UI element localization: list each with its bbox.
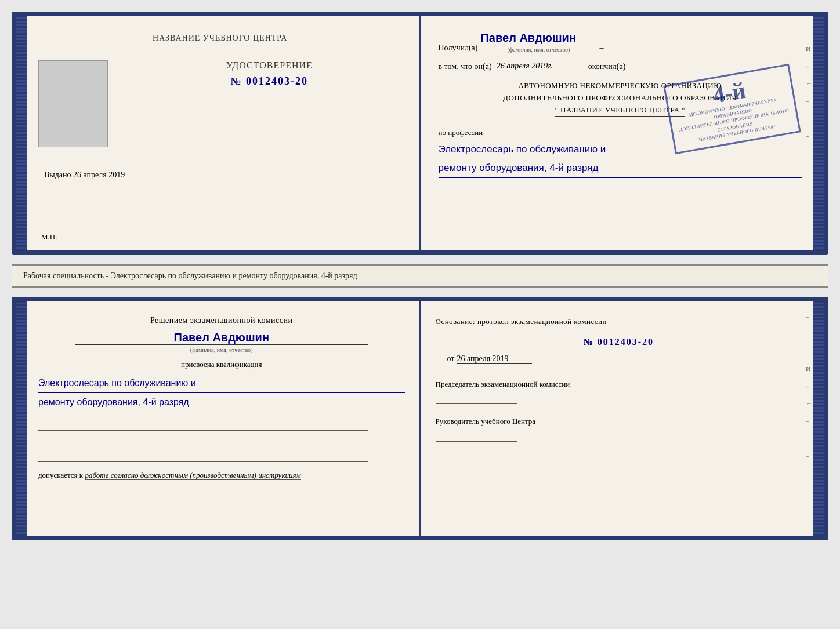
page-wrapper: НАЗВАНИЕ УЧЕБНОГО ЦЕНТРА УДОСТОВЕРЕНИЕ №…	[12, 12, 828, 540]
recipient-name: Павел Авдюшин	[480, 31, 596, 45]
fact-line: в том, что он(а) 26 апреля 2019г. окончи…	[439, 61, 802, 71]
blank-line-2	[38, 434, 368, 446]
spine-bottom-left	[16, 301, 27, 536]
bottom-document: Решением экзаменационной комиссии Павел …	[12, 297, 828, 540]
director-sig-line	[436, 430, 517, 442]
допускается-text: работе согласно должностным (производств…	[85, 471, 300, 480]
blank-line-1	[38, 418, 368, 431]
fact-date: 26 апреля 2019г.	[497, 61, 584, 71]
допускается-label: допускается к	[38, 471, 83, 479]
protocol-number: № 0012403-20	[436, 337, 802, 347]
date-value: 26 апреля 2019	[457, 354, 532, 364]
issued-label: Выдано	[44, 170, 71, 179]
protocol-number-wrapper: № 0012403-20	[436, 337, 802, 347]
spine-bottom-right	[813, 301, 824, 536]
chairman-label: Председатель экзаменационной комиссии	[436, 379, 802, 390]
fio-sublabel: (фамилия, имя, отчество)	[480, 46, 596, 53]
person-name: Павел Авдюшин	[75, 331, 368, 345]
middle-text: Рабочая специальность - Электрослесарь п…	[23, 271, 357, 280]
mp-label: М.П.	[41, 232, 57, 242]
fio-sublabel-bottom: (фамилия, имя, отчество)	[38, 347, 405, 353]
qualification-text: Электрослесарь по обслуживанию и	[38, 374, 405, 393]
top-right-page: Получил(а) Павел Авдюшин (фамилия, имя, …	[421, 16, 814, 250]
basis-title: Основание: протокол экзаменационной коми…	[436, 316, 802, 328]
left-middle-section: УДОСТОВЕРЕНИЕ № 0012403-20	[38, 60, 402, 147]
photo-placeholder	[38, 60, 108, 147]
bottom-right-page: Основание: протокол экзаменационной коми…	[421, 301, 814, 536]
commission-title: Решением экзаменационной комиссии	[38, 316, 405, 325]
blank-lines	[38, 418, 405, 462]
side-marks-bottom-right: –––Иа←––––	[806, 313, 812, 477]
qualification-text2: ремонту оборудования, 4-й разряд	[38, 393, 405, 412]
fact-prefix: в том, что он(а)	[439, 62, 492, 71]
bottom-left-page: Решением экзаменационной комиссии Павел …	[27, 301, 421, 536]
qualification-label: присвоена квалификация	[38, 360, 405, 369]
допускается-line: допускается к работе согласно должностны…	[38, 471, 405, 480]
cert-number: № 0012403-20	[137, 75, 402, 88]
person-name-wrapper: Павел Авдюшин (фамилия, имя, отчество)	[38, 331, 405, 353]
chairman-sig-line	[436, 392, 517, 404]
cert-info-block: УДОСТОВЕРЕНИЕ № 0012403-20	[137, 60, 402, 88]
middle-text-block: Рабочая специальность - Электрослесарь п…	[12, 264, 828, 288]
director-label: Руководитель учебного Центра	[436, 416, 802, 427]
recipient-label: Получил(а)	[439, 43, 478, 53]
date-prefix: от	[447, 354, 455, 363]
blank-line-3	[38, 449, 368, 462]
fact-suffix: окончил(а)	[588, 62, 626, 71]
side-marks-right: –Иа←––––	[806, 28, 812, 157]
spine-left	[16, 16, 27, 250]
org-name: " НАЗВАНИЕ УЧЕБНОГО ЦЕНТРА "	[555, 104, 685, 117]
date-line: от 26 апреля 2019	[436, 354, 802, 364]
top-left-page: НАЗВАНИЕ УЧЕБНОГО ЦЕНТРА УДОСТОВЕРЕНИЕ №…	[27, 16, 421, 250]
top-document: НАЗВАНИЕ УЧЕБНОГО ЦЕНТРА УДОСТОВЕРЕНИЕ №…	[12, 12, 828, 255]
spine-right	[813, 16, 824, 250]
left-page-title: НАЗВАНИЕ УЧЕБНОГО ЦЕНТРА	[153, 34, 287, 43]
issued-date: 26 апреля 2019	[73, 170, 160, 180]
signature-section: Председатель экзаменационной комиссии Ру…	[436, 379, 802, 442]
issued-line: Выдано 26 апреля 2019	[38, 170, 402, 180]
recipient-line: Получил(а) Павел Авдюшин (фамилия, имя, …	[439, 31, 802, 53]
profession-text: Электрослесарь по обслуживанию и	[439, 141, 802, 159]
profession-text2: ремонту оборудования, 4-й разряд	[439, 159, 802, 178]
cert-label: УДОСТОВЕРЕНИЕ	[137, 60, 402, 71]
qualification-block: Электрослесарь по обслуживанию и ремонту…	[38, 374, 405, 412]
